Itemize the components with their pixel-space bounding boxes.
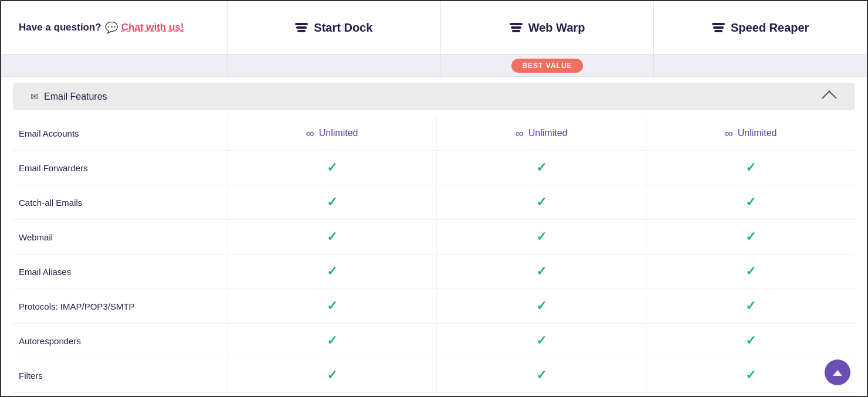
check-icon: ✓ [745,368,756,383]
feature-val-1: ✓ [227,220,436,254]
feature-val-3: ✓ [646,324,855,358]
feature-label: Autoresponders [13,330,227,352]
infinity-icon: ∞ [725,127,733,140]
feature-val-1: ✓ [227,185,436,219]
chevron-up-icon[interactable] [822,90,836,105]
header-left: Have a question? 💬 Chat with us! [1,9,227,46]
check-icon: ✓ [745,195,756,210]
check-icon: ✓ [536,195,547,210]
feature-val-3: ∞ Unlimited [646,116,855,150]
check-icon: ✓ [745,298,756,314]
feature-val-3: ✓ [646,255,855,289]
check-icon: ✓ [536,298,547,314]
plan-name-web-warp: Web Warp [528,21,585,35]
infinity-icon: ∞ [516,127,524,140]
check-icon: ✓ [745,264,756,279]
plan-name-start-dock: Start Dock [314,21,372,35]
feature-val-2: ✓ [436,151,646,185]
feature-val-2: ✓ [436,185,646,219]
unlimited-text: Unlimited [528,128,568,138]
question-text: Have a question? [19,22,101,33]
unlimited-text: Unlimited [738,128,777,138]
feature-label: Protocols: IMAP/POP3/SMTP [13,296,227,317]
layers-icon-start-dock [295,23,308,32]
features-table: Email Accounts ∞ Unlimited ∞ Unlimited ∞… [1,116,867,393]
plan-col-web-warp: Web Warp [440,1,654,54]
feature-val-3: ✓ [646,151,855,185]
table-row: Email Forwarders ✓ ✓ ✓ [13,151,855,185]
feature-val-3: ✓ [646,358,855,392]
feature-val-1: ✓ [227,255,436,289]
plan-col-speed-reaper: Speed Reaper [653,1,867,54]
check-icon: ✓ [327,264,337,279]
table-row: Protocols: IMAP/POP3/SMTP ✓ ✓ ✓ [13,289,855,324]
check-icon: ✓ [327,333,337,348]
feature-val-2: ✓ [436,324,646,358]
feature-val-1: ✓ [227,151,436,185]
feature-label: Email Accounts [13,123,227,144]
feature-val-3: ✓ [646,185,855,219]
table-row: Email Aliases ✓ ✓ ✓ [13,255,855,289]
feature-val-2: ✓ [436,255,646,289]
table-row: Catch-all Emails ✓ ✓ ✓ [13,185,855,220]
check-icon: ✓ [536,333,547,348]
feature-val-3: ✓ [646,289,855,323]
chat-link[interactable]: Chat with us! [121,22,184,33]
check-icon: ✓ [536,264,547,279]
feature-label: Email Forwarders [13,157,227,179]
scroll-top-arrow-icon [833,370,842,376]
table-row: Email Accounts ∞ Unlimited ∞ Unlimited ∞… [13,116,855,151]
best-value-row: BEST VALUE [1,55,867,77]
section-title: Email Features [44,91,107,102]
feature-label: Filters [13,365,227,386]
unlimited-cell: ∞ Unlimited [306,127,358,140]
infinity-icon: ∞ [306,127,314,140]
feature-val-1: ∞ Unlimited [227,116,436,150]
feature-val-3: ✓ [646,220,855,254]
unlimited-text: Unlimited [319,128,358,138]
feature-label: Webmail [13,226,227,248]
check-icon: ✓ [327,298,337,314]
best-value-col-1 [227,55,440,77]
feature-val-2: ✓ [436,289,646,323]
feature-val-2: ✓ [436,220,646,254]
feature-val-2: ✓ [436,358,646,392]
feature-val-2: ∞ Unlimited [436,116,646,150]
best-value-col-3 [653,55,867,77]
chat-bubble-icon: 💬 [105,21,118,34]
header-row: Have a question? 💬 Chat with us! Start D… [1,1,867,55]
have-question: Have a question? 💬 Chat with us! [19,21,184,34]
check-icon: ✓ [745,229,756,245]
check-icon: ✓ [327,368,337,383]
table-row: Webmail ✓ ✓ ✓ [13,220,855,255]
check-icon: ✓ [745,160,756,175]
check-icon: ✓ [327,229,337,245]
layers-icon-web-warp [510,23,523,32]
feature-val-1: ✓ [227,289,436,323]
envelope-icon: ✉ [30,91,38,102]
section-header-left: ✉ Email Features [30,91,107,102]
feature-label: Email Aliases [13,261,227,283]
best-value-col-2: BEST VALUE [440,55,654,77]
check-icon: ✓ [536,368,547,383]
check-icon: ✓ [327,160,337,175]
layers-icon-speed-reaper [712,23,725,32]
unlimited-cell: ∞ Unlimited [725,127,777,140]
email-features-section-header[interactable]: ✉ Email Features [13,83,855,110]
table-row: Filters ✓ ✓ ✓ [13,358,855,393]
plan-col-start-dock: Start Dock [227,1,440,54]
plan-name-speed-reaper: Speed Reaper [731,21,809,35]
best-value-badge: BEST VALUE [511,59,582,73]
feature-val-1: ✓ [227,358,436,392]
check-icon: ✓ [536,229,547,245]
check-icon: ✓ [327,195,337,210]
check-icon: ✓ [745,333,756,348]
check-icon: ✓ [536,160,547,175]
table-row: Autoresponders ✓ ✓ ✓ [13,324,855,358]
unlimited-cell: ∞ Unlimited [516,127,568,140]
scroll-to-top-button[interactable] [825,359,850,385]
feature-label: Catch-all Emails [13,192,227,213]
feature-val-1: ✓ [227,324,436,358]
